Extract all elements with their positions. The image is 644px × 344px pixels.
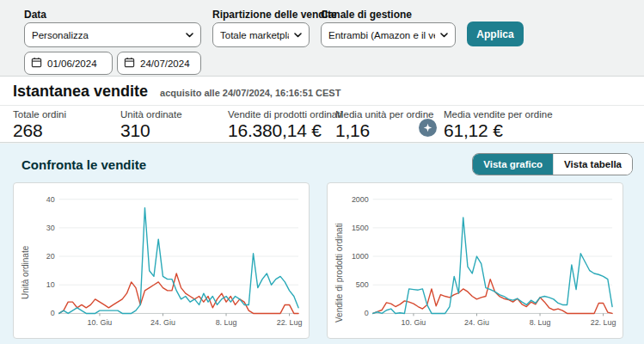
metric-label: Media vendite per ordine — [444, 109, 553, 120]
metric-value: 310 — [120, 120, 182, 141]
compare-sales-section: Confronta le vendite Vista grafico Vista… — [0, 144, 644, 344]
svg-text:20: 20 — [46, 252, 55, 261]
channel-filter-label: Canale di gestione — [321, 9, 412, 21]
date-range-select[interactable]: Personalizza — [24, 22, 201, 47]
metric-value: 268 — [13, 120, 66, 141]
metric-avg-sales-per-order: Media vendite per ordine 61,12 € — [444, 109, 553, 141]
sales-snapshot-card: Istantanea vendite acquisito alle 24/07/… — [0, 76, 644, 143]
product-sales-chart-card: Vendite di prodotti ordinati 05001000150… — [327, 182, 623, 339]
compare-title: Confronta le vendite — [21, 157, 146, 172]
svg-text:8. Lug: 8. Lug — [216, 318, 237, 327]
metric-value: 16.380,14 € — [228, 120, 342, 141]
svg-text:1000: 1000 — [352, 252, 369, 261]
svg-text:1500: 1500 — [352, 224, 369, 232]
tab-graph-view[interactable]: Vista grafico — [473, 154, 553, 175]
divider — [0, 105, 644, 106]
svg-text:30: 30 — [46, 224, 55, 232]
metric-label: Totale ordini — [13, 109, 66, 120]
svg-text:24. Giu: 24. Giu — [464, 318, 489, 327]
sales-dashboard: Data Personalizza 01/06/2024 24/07/2024 … — [0, 0, 644, 344]
svg-text:500: 500 — [356, 280, 369, 289]
end-date-value: 24/07/2024 — [140, 58, 190, 69]
metric-label: Vendite di prodotti ordinati — [228, 109, 342, 120]
sparkle-badge-icon[interactable] — [419, 119, 437, 137]
metric-units-ordered: Unità ordinate 310 — [120, 109, 182, 141]
calendar-icon — [31, 57, 42, 70]
chevron-down-icon — [294, 33, 302, 38]
svg-text:24. Giu: 24. Giu — [150, 318, 175, 327]
calendar-icon — [124, 57, 135, 70]
metric-ordered-product-sales: Vendite di prodotti ordinati 16.380,14 € — [228, 109, 342, 141]
metric-label: Unità ordinate — [120, 109, 182, 120]
date-filter-label: Data — [24, 9, 46, 21]
svg-text:22. Lug: 22. Lug — [277, 318, 303, 327]
units-ordered-chart[interactable]: 01020304010. Giu24. Giu8. Lug22. Lug — [31, 190, 305, 335]
breakdown-value: Totale marketplace — [220, 30, 289, 40]
snapshot-timestamp: acquisito alle 24/07/2024, 16:16:51 CEST — [160, 88, 340, 98]
tab-table-view[interactable]: Vista tabella — [553, 154, 632, 175]
filter-bar: Data Personalizza 01/06/2024 24/07/2024 … — [0, 0, 644, 76]
start-date-value: 01/06/2024 — [47, 58, 97, 69]
svg-text:40: 40 — [46, 195, 55, 204]
svg-text:10: 10 — [46, 280, 55, 289]
product-sales-chart[interactable]: 050010001500200010. Giu24. Giu8. Lug22. … — [345, 190, 619, 335]
metric-label: Media unità per ordine — [335, 109, 433, 120]
svg-text:10. Giu: 10. Giu — [402, 318, 426, 327]
chevron-down-icon — [186, 33, 193, 38]
channel-select[interactable]: Entrambi (Amazon e il venditore) — [321, 22, 456, 47]
end-date-input[interactable]: 24/07/2024 — [117, 52, 201, 75]
metric-total-orders: Totale ordini 268 — [13, 109, 66, 141]
snapshot-title: Istantanea vendite — [13, 83, 148, 101]
breakdown-filter-label: Ripartizione delle vendite — [212, 9, 337, 21]
svg-text:0: 0 — [51, 309, 55, 317]
metric-value: 61,12 € — [444, 120, 553, 141]
units-ordered-chart-card: Unità ordinate 01020304010. Giu24. Giu8.… — [13, 182, 310, 339]
y-axis-label: Vendite di prodotti ordinati — [333, 190, 345, 336]
date-range-value: Personalizza — [32, 30, 89, 40]
start-date-input[interactable]: 01/06/2024 — [24, 52, 113, 75]
channel-value: Entrambi (Amazon e il venditore) — [328, 30, 435, 40]
svg-text:22. Lug: 22. Lug — [591, 318, 616, 327]
svg-text:0: 0 — [365, 309, 369, 317]
chevron-down-icon — [440, 33, 448, 38]
svg-text:2000: 2000 — [352, 195, 369, 204]
apply-button[interactable]: Applica — [467, 22, 524, 46]
svg-text:8. Lug: 8. Lug — [530, 318, 551, 327]
view-toggle: Vista grafico Vista tabella — [472, 153, 633, 175]
svg-text:10. Giu: 10. Giu — [88, 318, 113, 327]
y-axis-label: Unità ordinate — [19, 190, 31, 336]
breakdown-select[interactable]: Totale marketplace — [212, 22, 310, 47]
